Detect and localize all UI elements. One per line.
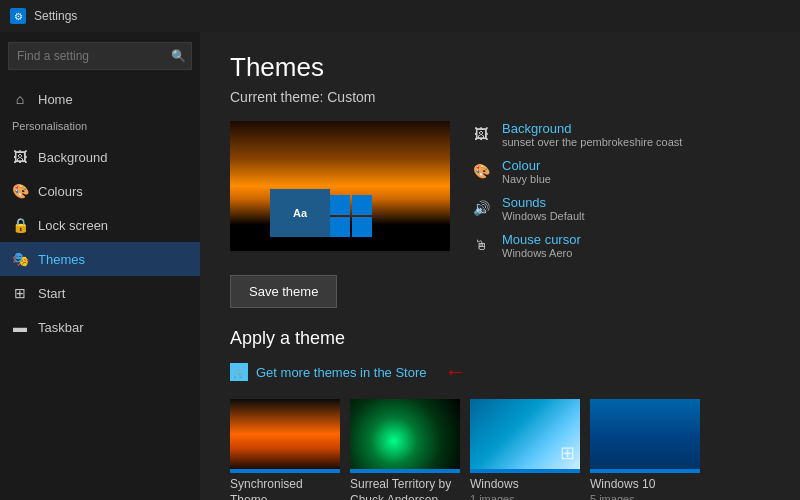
current-theme-label: Current theme: Custom [230, 89, 770, 105]
attr-mouse-cursor[interactable]: 🖱 Mouse cursor Windows Aero [470, 232, 682, 259]
attr-mouse-cursor-text: Mouse cursor Windows Aero [502, 232, 581, 259]
thumb-image-win10 [590, 399, 700, 469]
attr-colour[interactable]: 🎨 Colour Navy blue [470, 158, 682, 185]
app-icon: ⚙ [10, 8, 26, 24]
title-bar: ⚙ Settings [0, 0, 800, 32]
sidebar-item-start-label: Start [38, 286, 65, 301]
save-theme-button[interactable]: Save theme [230, 275, 337, 308]
windows-logo-icon: ⊞ [560, 442, 575, 464]
content-area: Themes Current theme: Custom Aa 🖼 [200, 32, 800, 500]
sidebar-item-lock-screen[interactable]: 🔒 Lock screen [0, 208, 200, 242]
store-icon: 🛒 [230, 363, 248, 381]
app-body: 🔍 ⌂ Home Personalisation 🖼 Background 🎨 … [0, 32, 800, 500]
thumb-label-windows: Windows [470, 477, 580, 493]
attr-colour-value: Navy blue [502, 173, 551, 185]
sidebar-item-taskbar[interactable]: ▬ Taskbar [0, 310, 200, 344]
background-icon: 🖼 [12, 149, 28, 165]
sidebar-item-themes[interactable]: 🎭 Themes [0, 242, 200, 276]
start-icon: ⊞ [12, 285, 28, 301]
sidebar-item-lock-screen-label: Lock screen [38, 218, 108, 233]
thumb-bar-windows [470, 469, 580, 473]
theme-preview-row: Aa 🖼 Background sunset over the pembroke… [230, 121, 770, 259]
theme-thumbnail-surreal[interactable]: Surreal Territory by Chuck Anderson 6 im… [350, 399, 460, 500]
preview-tile-1 [330, 195, 350, 215]
sidebar-item-home[interactable]: ⌂ Home [0, 82, 200, 116]
attr-background-value: sunset over the pembrokeshire coast [502, 136, 682, 148]
preview-tiles [330, 195, 372, 237]
attr-colour-icon: 🎨 [470, 160, 492, 182]
search-box[interactable]: 🔍 [8, 42, 192, 70]
attr-mouse-cursor-value: Windows Aero [502, 247, 581, 259]
attr-colour-text: Colour Navy blue [502, 158, 551, 185]
store-link-row: 🛒 Get more themes in the Store ← [230, 359, 770, 385]
themes-icon: 🎭 [12, 251, 28, 267]
theme-thumbnail-windows[interactable]: ⊞ Windows 1 images [470, 399, 580, 500]
thumb-bar-win10 [590, 469, 700, 473]
thumb-image-windows: ⊞ [470, 399, 580, 469]
attr-background-name: Background [502, 121, 682, 136]
attr-sounds-value: Windows Default [502, 210, 585, 222]
sidebar-item-start[interactable]: ⊞ Start [0, 276, 200, 310]
sidebar-item-taskbar-label: Taskbar [38, 320, 84, 335]
sidebar-item-themes-label: Themes [38, 252, 85, 267]
colours-icon: 🎨 [12, 183, 28, 199]
sidebar-item-background[interactable]: 🖼 Background [0, 140, 200, 174]
attr-background[interactable]: 🖼 Background sunset over the pembrokeshi… [470, 121, 682, 148]
theme-thumbnail-synced[interactable]: Synchronised Theme 1 images [230, 399, 340, 500]
search-input[interactable] [8, 42, 192, 70]
attr-sounds[interactable]: 🔊 Sounds Windows Default [470, 195, 682, 222]
preview-tile-3 [330, 217, 350, 237]
preview-aa-text: Aa [293, 207, 307, 219]
thumb-image-surreal [350, 399, 460, 469]
taskbar-icon: ▬ [12, 319, 28, 335]
theme-thumbnails: Synchronised Theme 1 images Surreal Terr… [230, 399, 770, 500]
thumb-label-synced: Synchronised Theme [230, 477, 340, 500]
sidebar-section-label: Personalisation [0, 116, 200, 140]
thumb-label-surreal: Surreal Territory by Chuck Anderson [350, 477, 460, 500]
sidebar-item-home-label: Home [38, 92, 73, 107]
thumb-label-win10: Windows 10 [590, 477, 700, 493]
thumb-image-synced [230, 399, 340, 469]
title-bar-text: Settings [34, 9, 77, 23]
sidebar-item-background-label: Background [38, 150, 107, 165]
attr-sounds-name: Sounds [502, 195, 585, 210]
search-icon: 🔍 [171, 49, 186, 63]
attr-sounds-icon: 🔊 [470, 197, 492, 219]
home-icon: ⌂ [12, 91, 28, 107]
attr-colour-name: Colour [502, 158, 551, 173]
attr-background-text: Background sunset over the pembrokeshire… [502, 121, 682, 148]
attr-mouse-cursor-icon: 🖱 [470, 234, 492, 256]
theme-thumbnail-win10[interactable]: Windows 10 5 images [590, 399, 700, 500]
theme-preview-image: Aa [230, 121, 450, 251]
sidebar: 🔍 ⌂ Home Personalisation 🖼 Background 🎨 … [0, 32, 200, 500]
preview-tile-4 [352, 217, 372, 237]
page-title: Themes [230, 52, 770, 83]
sidebar-item-colours-label: Colours [38, 184, 83, 199]
apply-section-title: Apply a theme [230, 328, 770, 349]
thumb-bar-synced [230, 469, 340, 473]
arrow-indicator: ← [445, 359, 467, 385]
store-link[interactable]: Get more themes in the Store [256, 365, 427, 380]
theme-attributes: 🖼 Background sunset over the pembrokeshi… [470, 121, 682, 259]
preview-window: Aa [270, 189, 330, 237]
attr-sounds-text: Sounds Windows Default [502, 195, 585, 222]
lock-screen-icon: 🔒 [12, 217, 28, 233]
thumb-sublabel-win10: 5 images [590, 493, 700, 500]
attr-mouse-cursor-name: Mouse cursor [502, 232, 581, 247]
sidebar-item-colours[interactable]: 🎨 Colours [0, 174, 200, 208]
attr-background-icon: 🖼 [470, 123, 492, 145]
preview-tile-2 [352, 195, 372, 215]
thumb-bar-surreal [350, 469, 460, 473]
thumb-sublabel-windows: 1 images [470, 493, 580, 500]
